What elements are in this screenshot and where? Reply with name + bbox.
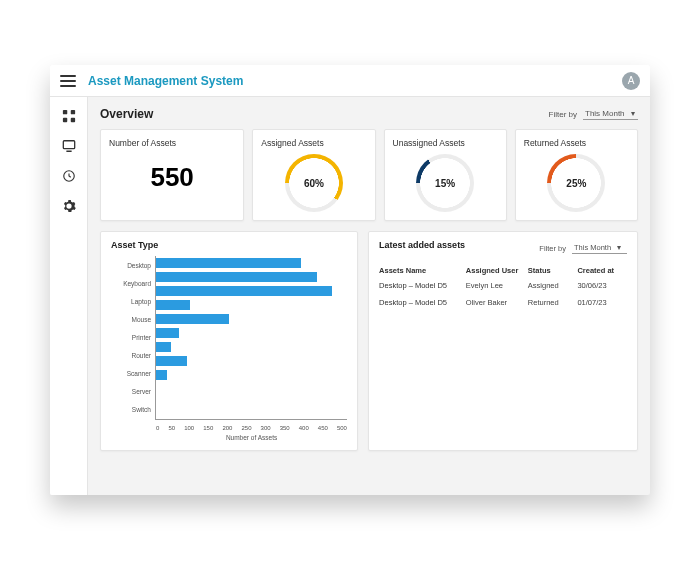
sidebar <box>50 97 88 495</box>
page-filter-select[interactable]: This Month ▾ <box>583 108 638 120</box>
kpi-value: 550 <box>109 162 235 193</box>
dashboard-icon[interactable] <box>62 109 76 123</box>
bar <box>156 272 317 282</box>
bar <box>156 328 179 338</box>
kpi-title: Number of Assets <box>109 138 235 148</box>
x-tick: 200 <box>222 425 232 431</box>
menu-icon[interactable] <box>60 75 76 87</box>
asset-type-chart: DesktopKeyboardLaptopMousePrinterRouterS… <box>111 256 347 442</box>
x-tick: 50 <box>168 425 175 431</box>
bar-row <box>156 284 347 298</box>
latest-filter-value: This Month <box>574 243 611 252</box>
filter-label: Filter by <box>549 110 577 119</box>
bar-category-label: Scanner <box>111 370 151 384</box>
history-icon[interactable] <box>62 169 76 183</box>
kpi-number-of-assets: Number of Assets 550 <box>100 129 244 221</box>
col-header: Assets Name <box>379 266 466 275</box>
bar <box>156 300 190 310</box>
kpi-assigned-assets: Assigned Assets 60% <box>252 129 375 221</box>
svg-rect-1 <box>70 110 74 114</box>
kpi-returned-assets: Returned Assets 25% <box>515 129 638 221</box>
panel-title: Asset Type <box>111 240 347 250</box>
bar <box>156 286 332 296</box>
gear-icon[interactable] <box>62 199 76 213</box>
bar-category-label: Server <box>111 388 151 402</box>
donut-label: 15% <box>435 178 455 189</box>
table-header: Assets Name Assigned User Status Created… <box>379 266 627 275</box>
svg-rect-0 <box>62 110 66 114</box>
cell-assigned-user: Evelyn Lee <box>466 281 528 290</box>
kpi-title: Unassigned Assets <box>393 138 498 148</box>
x-axis-title: Number of Assets <box>156 434 347 441</box>
x-tick: 300 <box>261 425 271 431</box>
bar <box>156 356 187 366</box>
bar <box>156 370 167 380</box>
asset-type-panel: Asset Type DesktopKeyboardLaptopMousePri… <box>100 231 358 451</box>
donut-label: 60% <box>304 178 324 189</box>
kpi-title: Returned Assets <box>524 138 629 148</box>
col-header: Status <box>528 266 578 275</box>
bar-category-label: Keyboard <box>111 280 151 294</box>
x-tick: 150 <box>203 425 213 431</box>
x-tick: 450 <box>318 425 328 431</box>
x-tick: 250 <box>241 425 251 431</box>
lower-row: Asset Type DesktopKeyboardLaptopMousePri… <box>100 231 638 451</box>
table-row[interactable]: Desktop – Model D5Evelyn LeeAssigned30/0… <box>379 281 627 290</box>
page-filter-value: This Month <box>585 109 625 118</box>
bar <box>156 258 301 268</box>
cell-asset-name: Desktop – Model D5 <box>379 281 466 290</box>
main-content: Overview Filter by This Month ▾ Number o… <box>88 97 650 495</box>
kpi-title: Assigned Assets <box>261 138 366 148</box>
bar-category-label: Printer <box>111 334 151 348</box>
bar-category-label: Mouse <box>111 316 151 330</box>
page-title: Overview <box>100 107 153 121</box>
filter-label: Filter by <box>539 244 566 253</box>
x-tick: 500 <box>337 425 347 431</box>
bar-row <box>156 368 347 382</box>
latest-filter-select[interactable]: This Month ▾ <box>572 242 627 254</box>
x-tick: 0 <box>156 425 159 431</box>
bar-row <box>156 354 347 368</box>
page-filter: Filter by This Month ▾ <box>549 108 638 120</box>
bar-category-label: Router <box>111 352 151 366</box>
chevron-down-icon: ▾ <box>617 243 621 252</box>
bar <box>156 314 229 324</box>
col-header: Created at <box>577 266 627 275</box>
cell-status: Assigned <box>528 281 578 290</box>
x-tick: 350 <box>280 425 290 431</box>
cell-created-at: 01/07/23 <box>577 298 627 307</box>
cell-asset-name: Desktop – Model D5 <box>379 298 466 307</box>
donut-label: 25% <box>566 178 586 189</box>
bar-row <box>156 298 347 312</box>
col-header: Assigned User <box>466 266 528 275</box>
page-header: Overview Filter by This Month ▾ <box>100 107 638 121</box>
svg-rect-4 <box>63 141 74 149</box>
panel-title: Latest added assets <box>379 240 465 250</box>
bar <box>156 342 171 352</box>
bar-row <box>156 340 347 354</box>
bar-category-label: Switch <box>111 406 151 420</box>
latest-filter: Filter by This Month ▾ <box>539 242 627 254</box>
x-tick: 100 <box>184 425 194 431</box>
latest-assets-panel: Latest added assets Filter by This Month… <box>368 231 638 451</box>
svg-rect-3 <box>70 118 74 122</box>
table-row[interactable]: Desktop – Model D5Oliver BakerReturned01… <box>379 298 627 307</box>
monitor-icon[interactable] <box>62 139 76 153</box>
bar-row <box>156 256 347 270</box>
bar-row <box>156 312 347 326</box>
cell-status: Returned <box>528 298 578 307</box>
bar-category-label: Laptop <box>111 298 151 312</box>
kpi-row: Number of Assets 550 Assigned Assets 60%… <box>100 129 638 221</box>
cell-assigned-user: Oliver Baker <box>466 298 528 307</box>
bar-row <box>156 270 347 284</box>
bar-category-label: Desktop <box>111 262 151 276</box>
bar-row <box>156 326 347 340</box>
app-window: Asset Management System A Overview <box>50 65 650 495</box>
svg-rect-2 <box>62 118 66 122</box>
cell-created-at: 30/06/23 <box>577 281 627 290</box>
app-title: Asset Management System <box>88 74 243 88</box>
topbar: Asset Management System A <box>50 65 650 97</box>
kpi-unassigned-assets: Unassigned Assets 15% <box>384 129 507 221</box>
avatar[interactable]: A <box>622 72 640 90</box>
chevron-down-icon: ▾ <box>631 109 635 118</box>
